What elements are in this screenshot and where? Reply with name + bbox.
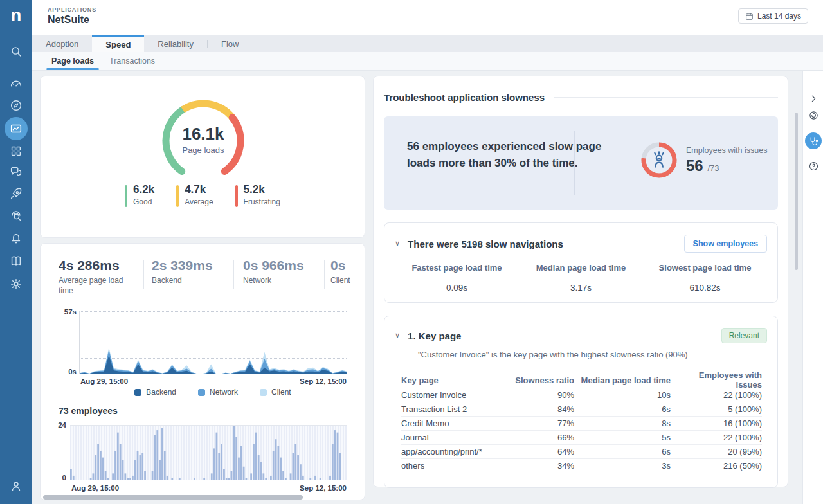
key-page-section: ∨ 1. Key page Relevant "Customer Invoice… bbox=[384, 316, 778, 488]
metric-divider bbox=[324, 260, 325, 289]
key-page-table: Key page Slowness ratio Median page load… bbox=[401, 372, 762, 473]
right-toolbar bbox=[802, 71, 823, 504]
summary-swirl-icon[interactable] bbox=[805, 107, 822, 123]
summary-divider bbox=[574, 130, 575, 195]
vertical-scrollbar-thumb[interactable] bbox=[795, 113, 798, 270]
client-swatch bbox=[260, 389, 267, 396]
subtab-page-loads[interactable]: Page loads bbox=[46, 52, 99, 70]
settings-gear-icon[interactable] bbox=[5, 273, 28, 296]
key-page-title: 1. Key page bbox=[408, 330, 461, 341]
metric-client: 0s Client bbox=[330, 258, 364, 286]
legend-good: 6.2k Good bbox=[125, 183, 154, 207]
subtab-transactions[interactable]: Transactions bbox=[104, 52, 160, 70]
page-loads-gauge: 16.1k Page loads bbox=[152, 94, 255, 178]
emp-x-end-label: Sep 12, 15:00 bbox=[282, 484, 347, 492]
stats-underline bbox=[405, 298, 761, 298]
stat-slowest: Slowest page load time 610.82s bbox=[643, 263, 767, 292]
metric-average-load-time: 4s 286ms Average page load time bbox=[59, 258, 143, 296]
table-row[interactable]: Journal66% 5s22 (100%) bbox=[401, 431, 762, 445]
date-range-label: Last 14 days bbox=[757, 12, 801, 21]
tab-flow[interactable]: Flow bbox=[208, 35, 252, 52]
legend-network: Network bbox=[198, 388, 238, 397]
y-axis-min-label: 0s bbox=[55, 368, 77, 375]
engage-chat-icon[interactable] bbox=[5, 161, 28, 184]
frustrated-employee-icon bbox=[649, 150, 669, 170]
chevron-down-icon[interactable]: ∨ bbox=[395, 331, 400, 339]
sidebar: n bbox=[0, 0, 32, 504]
load-time-details-card: 4s 286ms Average page load time 2s 339ms… bbox=[40, 243, 365, 500]
slow-navigations-section: ∨ There were 5198 slow navigations Show … bbox=[384, 222, 778, 303]
library-book-icon[interactable] bbox=[5, 249, 28, 273]
alerts-bell-icon[interactable] bbox=[5, 226, 28, 249]
stat-fastest: Fastest page load time 0.09s bbox=[395, 263, 519, 292]
employees-issues-stat: Employees with issues 56 /73 bbox=[686, 146, 767, 175]
gauge-legend: 6.2k Good 4.7k Average 5.2k Frustrating bbox=[41, 183, 365, 207]
tab-speed[interactable]: Speed bbox=[92, 35, 144, 52]
backend-swatch bbox=[134, 389, 141, 396]
table-row[interactable]: app/accounting/print/*64% 6s20 (95%) bbox=[401, 445, 762, 459]
y-axis-max-label: 57s bbox=[48, 308, 77, 316]
employees-issues-donut bbox=[640, 141, 678, 179]
frustrating-value: 5.2k bbox=[244, 183, 280, 196]
breadcrumb-applications: APPLICATIONS bbox=[48, 6, 96, 13]
good-label: Good bbox=[133, 197, 154, 206]
metric-backend: 2s 339ms Backend bbox=[152, 258, 213, 286]
emp-y-min-label: 0 bbox=[53, 474, 66, 482]
rocket-icon[interactable] bbox=[5, 182, 28, 205]
diagnose-stethoscope-icon[interactable] bbox=[805, 132, 822, 149]
page-title: NetSuite bbox=[48, 14, 89, 26]
search-icon[interactable] bbox=[5, 40, 28, 63]
gauge-total-label: Page loads bbox=[152, 145, 255, 155]
slowness-summary-card: 56 employees experienced slow page loads… bbox=[384, 116, 778, 210]
gauge-total-value: 16.1k bbox=[152, 124, 255, 144]
horizontal-scrollbar-thumb[interactable] bbox=[43, 495, 303, 500]
troubleshoot-title: Troubleshoot application slowness bbox=[384, 92, 545, 103]
relevant-badge: Relevant bbox=[721, 328, 767, 343]
table-row[interactable]: Transaction List 284% 6s5 (100%) bbox=[401, 402, 762, 417]
frustrating-color-bar bbox=[235, 185, 238, 207]
investigate-fingerprint-icon[interactable] bbox=[5, 204, 28, 227]
x-axis-start-label: Aug 29, 15:00 bbox=[80, 377, 128, 385]
metric-network: 0s 966ms Network bbox=[243, 258, 304, 286]
table-row[interactable]: others34% 3s216 (50%) bbox=[401, 459, 762, 473]
issues-total: /73 bbox=[707, 163, 719, 173]
compass-icon[interactable] bbox=[5, 94, 28, 117]
collapse-panel-chevron-icon[interactable] bbox=[805, 90, 822, 107]
legend-frustrating: 5.2k Frustrating bbox=[235, 183, 280, 207]
good-color-bar bbox=[125, 185, 127, 207]
x-axis-end-label: Sep 12, 15:00 bbox=[282, 377, 347, 385]
dashboard-gauge-icon[interactable] bbox=[5, 72, 28, 95]
employees-bar-chart bbox=[70, 425, 347, 480]
tab-bar: Adoption Speed Reliability Flow bbox=[32, 35, 823, 52]
user-profile-icon[interactable] bbox=[5, 474, 28, 498]
legend-average: 4.7k Average bbox=[176, 183, 213, 207]
table-row[interactable]: Customer Invoice90% 10s22 (100%) bbox=[401, 388, 762, 402]
slowness-summary-text: 56 employees experienced slow page loads… bbox=[407, 138, 619, 172]
table-row[interactable]: Credit Memo77% 8s16 (100%) bbox=[401, 417, 762, 431]
title-divider bbox=[554, 97, 778, 98]
metric-divider bbox=[143, 260, 144, 289]
app-header: APPLICATIONS NetSuite Last 14 days bbox=[32, 0, 823, 35]
emp-y-max-label: 24 bbox=[48, 421, 66, 429]
tab-adoption[interactable]: Adoption bbox=[32, 35, 92, 52]
subtab-bar: Page loads Transactions bbox=[32, 52, 823, 71]
network-swatch bbox=[198, 389, 205, 396]
navigation-stats: Fastest page load time 0.09s Median page… bbox=[395, 263, 767, 292]
legend-client: Client bbox=[260, 388, 291, 397]
nexthink-logo: n bbox=[0, 5, 32, 26]
apps-grid-icon[interactable] bbox=[5, 140, 28, 163]
tab-reliability[interactable]: Reliability bbox=[144, 35, 207, 52]
slow-navigations-title: There were 5198 slow navigations bbox=[408, 239, 563, 249]
troubleshoot-panel: Troubleshoot application slowness 56 emp… bbox=[373, 76, 788, 487]
show-employees-button[interactable]: Show employees bbox=[684, 235, 767, 253]
frustrating-label: Frustrating bbox=[244, 197, 280, 206]
date-range-button[interactable]: Last 14 days bbox=[738, 8, 808, 24]
section-divider bbox=[470, 336, 712, 336]
chevron-down-icon[interactable]: ∨ bbox=[395, 239, 400, 248]
legend-backend: Backend bbox=[134, 388, 176, 397]
help-icon[interactable] bbox=[805, 158, 822, 174]
speed-trend-chart bbox=[79, 311, 347, 374]
speed-chart-legend: Backend Network Client bbox=[79, 388, 347, 397]
applications-icon[interactable] bbox=[5, 117, 28, 140]
gauge-average-arc bbox=[183, 104, 232, 118]
